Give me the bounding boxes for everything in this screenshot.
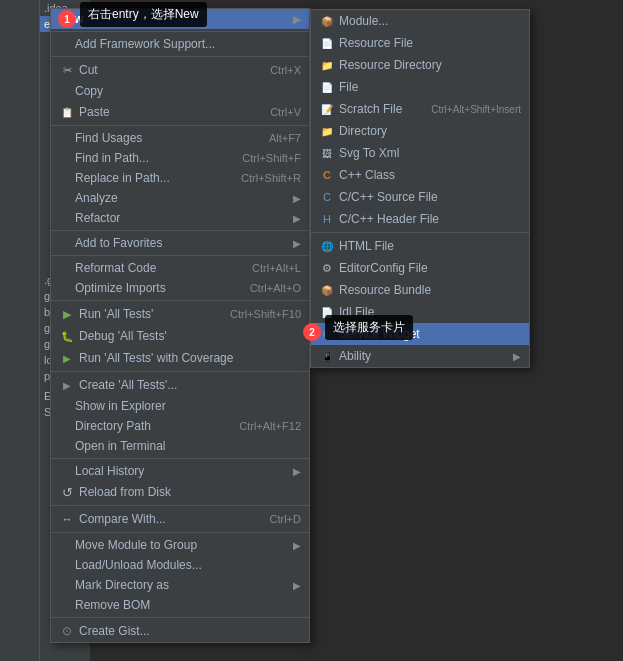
git-icon: ⊙ <box>59 623 75 639</box>
resource-bundle-label: Resource Bundle <box>339 283 431 297</box>
submenu-item-editorconfig[interactable]: EditorConfig File <box>311 257 529 279</box>
find-in-path-label: Find in Path... <box>75 151 149 165</box>
menu-item-reload-disk[interactable]: Reload from Disk <box>51 481 309 503</box>
move-module-arrow: ▶ <box>293 540 301 551</box>
menu-item-create-gist[interactable]: ⊙ Create Gist... <box>51 620 309 642</box>
find-usages-label: Find Usages <box>75 131 142 145</box>
submenu-item-cpp-header[interactable]: C/C++ Header File <box>311 208 529 230</box>
submenu-item-cpp-source[interactable]: C/C++ Source File <box>311 186 529 208</box>
menu-item-cut[interactable]: Cut Ctrl+X <box>51 59 309 81</box>
annotation-tooltip-2: 选择服务卡片 <box>325 315 413 340</box>
reformat-label: Reformat Code <box>75 261 156 275</box>
resource-dir-label: Resource Directory <box>339 58 442 72</box>
find-usages-shortcut: Alt+F7 <box>249 132 301 144</box>
menu-item-add-framework[interactable]: Add Framework Support... <box>51 34 309 54</box>
menu-item-local-history[interactable]: Local History ▶ <box>51 461 309 481</box>
submenu-item-scratch[interactable]: Scratch File Ctrl+Alt+Shift+Insert <box>311 98 529 120</box>
separator-9 <box>51 532 309 533</box>
submenu-item-module[interactable]: Module... <box>311 10 529 32</box>
menu-item-analyze[interactable]: Analyze ▶ <box>51 188 309 208</box>
context-menu: New ▶ Add Framework Support... Cut Ctrl+… <box>50 8 310 643</box>
menu-item-replace-in-path[interactable]: Replace in Path... Ctrl+Shift+R <box>51 168 309 188</box>
separator-6 <box>51 371 309 372</box>
submenu-item-resource-dir[interactable]: Resource Directory <box>311 54 529 76</box>
scratch-label: Scratch File <box>339 102 402 116</box>
submenu-item-ability[interactable]: Ability ▶ <box>311 345 529 367</box>
separator-7 <box>51 458 309 459</box>
scratch-shortcut: Ctrl+Alt+Shift+Insert <box>411 104 521 115</box>
resdir-icon <box>319 57 335 73</box>
menu-item-find-usages[interactable]: Find Usages Alt+F7 <box>51 128 309 148</box>
cut-icon <box>59 62 75 78</box>
menu-item-open-terminal[interactable]: Open in Terminal <box>51 436 309 456</box>
create-gist-label: Create Gist... <box>79 624 150 638</box>
menu-item-copy[interactable]: Copy <box>51 81 309 101</box>
add-favorites-arrow: ▶ <box>293 238 301 249</box>
optimize-label: Optimize Imports <box>75 281 166 295</box>
menu-item-add-favorites[interactable]: Add to Favorites ▶ <box>51 233 309 253</box>
menu-item-find-in-path[interactable]: Find in Path... Ctrl+Shift+F <box>51 148 309 168</box>
menu-item-mark-dir[interactable]: Mark Directory as ▶ <box>51 575 309 595</box>
directory-label: Directory <box>339 124 387 138</box>
file-label: File <box>339 80 358 94</box>
run-tests-label: Run 'All Tests' <box>79 307 153 321</box>
replace-in-path-shortcut: Ctrl+Shift+R <box>221 172 301 184</box>
separator-10 <box>51 617 309 618</box>
compare-shortcut: Ctrl+D <box>250 513 301 525</box>
menu-item-run-tests[interactable]: Run 'All Tests' Ctrl+Shift+F10 <box>51 303 309 325</box>
submenu-item-file[interactable]: File <box>311 76 529 98</box>
compare-icon <box>59 511 75 527</box>
menu-item-compare-with[interactable]: Compare With... Ctrl+D <box>51 508 309 530</box>
debug-icon <box>59 328 75 344</box>
optimize-shortcut: Ctrl+Alt+O <box>230 282 301 294</box>
submenu-item-resource-file[interactable]: Resource File <box>311 32 529 54</box>
module-label: Module... <box>339 14 388 28</box>
run-tests-shortcut: Ctrl+Shift+F10 <box>210 308 301 320</box>
menu-item-move-module[interactable]: Move Module to Group ▶ <box>51 535 309 555</box>
submenu-item-svg[interactable]: Svg To Xml <box>311 142 529 164</box>
menu-item-create-tests[interactable]: Create 'All Tests'... <box>51 374 309 396</box>
editorconfig-icon <box>319 260 335 276</box>
menu-item-refactor[interactable]: Refactor ▶ <box>51 208 309 228</box>
submenu-item-html[interactable]: HTML File <box>311 235 529 257</box>
separator-0 <box>51 31 309 32</box>
create-tests-label: Create 'All Tests'... <box>79 378 177 392</box>
create-icon <box>59 377 75 393</box>
dir-path-shortcut: Ctrl+Alt+F12 <box>219 420 301 432</box>
dir-icon <box>319 123 335 139</box>
file-icon <box>319 79 335 95</box>
dir-path-label: Directory Path <box>75 419 151 433</box>
ability-icon <box>319 348 335 364</box>
menu-item-optimize[interactable]: Optimize Imports Ctrl+Alt+O <box>51 278 309 298</box>
menu-item-dir-path[interactable]: Directory Path Ctrl+Alt+F12 <box>51 416 309 436</box>
refresh-icon <box>59 484 75 500</box>
submenu-separator-1 <box>311 232 529 233</box>
ability-arrow: ▶ <box>513 351 521 362</box>
menu-item-run-coverage[interactable]: Run 'All Tests' with Coverage <box>51 347 309 369</box>
remove-bom-label: Remove BOM <box>75 598 150 612</box>
cpp-hdr-icon <box>319 211 335 227</box>
add-favorites-label: Add to Favorites <box>75 236 162 250</box>
submenu-item-cpp-class[interactable]: C++ Class <box>311 164 529 186</box>
menu-item-show-explorer[interactable]: Show in Explorer <box>51 396 309 416</box>
cpp-src-icon <box>319 189 335 205</box>
debug-tests-label: Debug 'All Tests' <box>79 329 167 343</box>
menu-item-debug-tests[interactable]: Debug 'All Tests' <box>51 325 309 347</box>
editorconfig-label: EditorConfig File <box>339 261 428 275</box>
separator-2 <box>51 125 309 126</box>
submenu-item-directory[interactable]: Directory <box>311 120 529 142</box>
html-label: HTML File <box>339 239 394 253</box>
show-explorer-label: Show in Explorer <box>75 399 166 413</box>
new-arrow: ▶ <box>293 14 301 25</box>
cut-shortcut: Ctrl+X <box>250 64 301 76</box>
separator-5 <box>51 300 309 301</box>
svg-label: Svg To Xml <box>339 146 399 160</box>
menu-item-load-unload[interactable]: Load/Unload Modules... <box>51 555 309 575</box>
menu-item-reformat[interactable]: Reformat Code Ctrl+Alt+L <box>51 258 309 278</box>
menu-item-remove-bom[interactable]: Remove BOM <box>51 595 309 615</box>
submenu-item-resource-bundle[interactable]: Resource Bundle <box>311 279 529 301</box>
compare-with-label: Compare With... <box>79 512 166 526</box>
cpp-class-label: C++ Class <box>339 168 395 182</box>
separator-4 <box>51 255 309 256</box>
menu-item-paste[interactable]: Paste Ctrl+V <box>51 101 309 123</box>
